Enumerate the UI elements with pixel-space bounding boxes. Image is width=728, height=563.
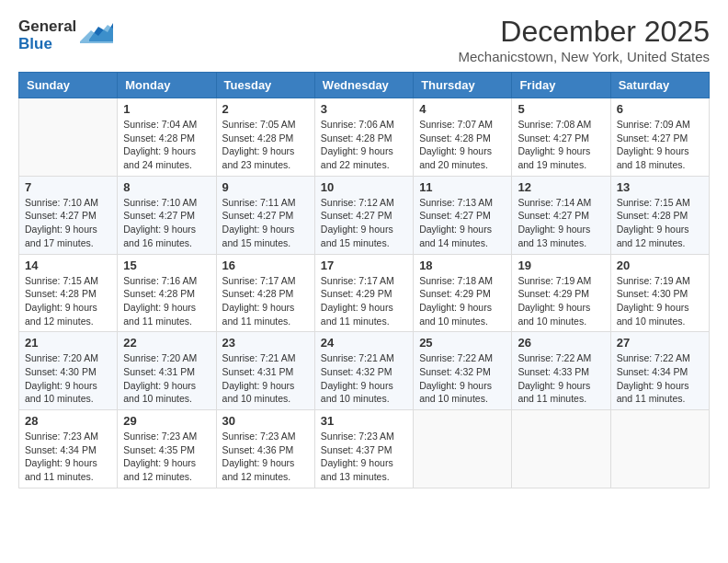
- calendar-cell: 8Sunrise: 7:10 AMSunset: 4:27 PMDaylight…: [118, 176, 216, 254]
- sunrise-label: Sunrise: 7:14 AM: [518, 197, 591, 208]
- sunrise-label: Sunrise: 7:15 AM: [25, 275, 98, 286]
- day-info: Sunrise: 7:17 AMSunset: 4:28 PMDaylight:…: [222, 274, 309, 328]
- day-number: 27: [617, 336, 703, 350]
- day-info: Sunrise: 7:22 AMSunset: 4:33 PMDaylight:…: [518, 351, 604, 406]
- day-info: Sunrise: 7:20 AMSunset: 4:30 PMDaylight:…: [25, 351, 111, 406]
- daylight-label: Daylight: 9 hours and 16 minutes.: [123, 224, 196, 248]
- day-number: 20: [617, 259, 703, 272]
- day-info: Sunrise: 7:04 AMSunset: 4:28 PMDaylight:…: [123, 118, 210, 172]
- sunset-label: Sunset: 4:28 PM: [419, 132, 491, 144]
- calendar-cell: 12Sunrise: 7:14 AMSunset: 4:27 PMDayligh…: [512, 176, 610, 254]
- calendar-cell: 23Sunrise: 7:21 AMSunset: 4:31 PMDayligh…: [216, 332, 314, 410]
- day-info: Sunrise: 7:19 AMSunset: 4:29 PMDaylight:…: [518, 274, 604, 328]
- sunrise-label: Sunrise: 7:09 AM: [617, 119, 690, 130]
- sunrise-label: Sunrise: 7:08 AM: [518, 119, 591, 130]
- day-number: 24: [321, 336, 407, 350]
- sunrise-label: Sunrise: 7:23 AM: [123, 431, 197, 442]
- sunrise-label: Sunrise: 7:04 AM: [123, 119, 197, 130]
- day-info: Sunrise: 7:21 AMSunset: 4:31 PMDaylight:…: [222, 351, 309, 406]
- daylight-label: Daylight: 9 hours and 11 minutes.: [123, 302, 196, 327]
- sunset-label: Sunset: 4:32 PM: [321, 366, 392, 377]
- col-header-thursday: Thursday: [414, 73, 512, 98]
- calendar-cell: 25Sunrise: 7:22 AMSunset: 4:32 PMDayligh…: [414, 332, 512, 410]
- sunset-label: Sunset: 4:30 PM: [617, 288, 688, 299]
- daylight-label: Daylight: 9 hours and 20 minutes.: [419, 145, 492, 170]
- day-info: Sunrise: 7:16 AMSunset: 4:28 PMDaylight:…: [123, 274, 210, 328]
- day-number: 16: [222, 259, 309, 272]
- day-info: Sunrise: 7:23 AMSunset: 4:34 PMDaylight:…: [25, 430, 111, 484]
- day-info: Sunrise: 7:06 AMSunset: 4:28 PMDaylight:…: [321, 118, 407, 172]
- day-number: 8: [123, 180, 210, 194]
- sunrise-label: Sunrise: 7:12 AM: [321, 197, 394, 208]
- calendar: SundayMondayTuesdayWednesdayThursdayFrid…: [18, 72, 710, 488]
- day-info: Sunrise: 7:15 AMSunset: 4:28 PMDaylight:…: [617, 196, 703, 250]
- day-info: Sunrise: 7:20 AMSunset: 4:31 PMDaylight:…: [123, 351, 210, 406]
- sunset-label: Sunset: 4:27 PM: [518, 132, 589, 144]
- sunrise-label: Sunrise: 7:22 AM: [518, 352, 591, 363]
- daylight-label: Daylight: 9 hours and 10 minutes.: [123, 380, 196, 405]
- calendar-cell: 9Sunrise: 7:11 AMSunset: 4:27 PMDaylight…: [216, 176, 314, 254]
- sunset-label: Sunset: 4:28 PM: [25, 288, 97, 299]
- calendar-cell: 14Sunrise: 7:15 AMSunset: 4:28 PMDayligh…: [19, 254, 118, 332]
- sunset-label: Sunset: 4:36 PM: [222, 444, 294, 455]
- sunset-label: Sunset: 4:28 PM: [123, 288, 195, 299]
- day-info: Sunrise: 7:23 AMSunset: 4:35 PMDaylight:…: [123, 430, 210, 484]
- day-number: 13: [617, 180, 703, 194]
- daylight-label: Daylight: 9 hours and 24 minutes.: [123, 145, 196, 170]
- daylight-label: Daylight: 9 hours and 23 minutes.: [222, 145, 295, 170]
- header-row: SundayMondayTuesdayWednesdayThursdayFrid…: [19, 73, 710, 98]
- sunrise-label: Sunrise: 7:21 AM: [321, 352, 394, 363]
- day-info: Sunrise: 7:18 AMSunset: 4:29 PMDaylight:…: [419, 274, 506, 328]
- day-number: 26: [518, 336, 604, 350]
- sunrise-label: Sunrise: 7:11 AM: [222, 197, 296, 208]
- day-number: 31: [321, 414, 407, 428]
- daylight-label: Daylight: 9 hours and 15 minutes.: [222, 224, 295, 248]
- day-number: 18: [419, 259, 506, 272]
- subtitle: Mechanicstown, New York, United States: [459, 49, 710, 64]
- calendar-cell: 13Sunrise: 7:15 AMSunset: 4:28 PMDayligh…: [610, 176, 709, 254]
- col-header-wednesday: Wednesday: [314, 73, 413, 98]
- sunrise-label: Sunrise: 7:16 AM: [123, 275, 197, 286]
- calendar-header: SundayMondayTuesdayWednesdayThursdayFrid…: [19, 73, 710, 98]
- sunrise-label: Sunrise: 7:21 AM: [222, 352, 296, 363]
- day-info: Sunrise: 7:07 AMSunset: 4:28 PMDaylight:…: [419, 118, 506, 172]
- sunrise-label: Sunrise: 7:20 AM: [123, 352, 197, 363]
- day-number: 14: [25, 259, 111, 272]
- day-info: Sunrise: 7:19 AMSunset: 4:30 PMDaylight:…: [617, 274, 703, 328]
- main-title: December 2025: [459, 15, 710, 49]
- day-number: 5: [518, 102, 604, 116]
- day-info: Sunrise: 7:08 AMSunset: 4:27 PMDaylight:…: [518, 118, 604, 172]
- daylight-label: Daylight: 9 hours and 11 minutes.: [25, 457, 97, 482]
- daylight-label: Daylight: 9 hours and 12 minutes.: [222, 457, 295, 482]
- day-info: Sunrise: 7:11 AMSunset: 4:27 PMDaylight:…: [222, 196, 309, 250]
- sunrise-label: Sunrise: 7:22 AM: [617, 352, 690, 363]
- sunset-label: Sunset: 4:29 PM: [518, 288, 589, 299]
- sunset-label: Sunset: 4:27 PM: [25, 210, 97, 221]
- sunrise-label: Sunrise: 7:06 AM: [321, 119, 394, 130]
- daylight-label: Daylight: 9 hours and 14 minutes.: [419, 224, 492, 248]
- col-header-sunday: Sunday: [19, 73, 118, 98]
- sunset-label: Sunset: 4:31 PM: [123, 366, 195, 377]
- daylight-label: Daylight: 9 hours and 22 minutes.: [321, 145, 393, 170]
- day-number: 29: [123, 414, 210, 428]
- day-number: 6: [617, 102, 703, 116]
- sunset-label: Sunset: 4:33 PM: [518, 366, 589, 377]
- daylight-label: Daylight: 9 hours and 12 minutes.: [25, 302, 97, 327]
- header: General Blue December 2025 Mechanicstown…: [18, 15, 710, 64]
- calendar-cell: 17Sunrise: 7:17 AMSunset: 4:29 PMDayligh…: [314, 254, 413, 332]
- calendar-cell: 18Sunrise: 7:18 AMSunset: 4:29 PMDayligh…: [414, 254, 512, 332]
- day-number: 21: [25, 336, 111, 350]
- daylight-label: Daylight: 9 hours and 10 minutes.: [222, 380, 295, 405]
- sunrise-label: Sunrise: 7:17 AM: [222, 275, 296, 286]
- daylight-label: Daylight: 9 hours and 12 minutes.: [617, 224, 689, 248]
- calendar-cell: [19, 98, 118, 177]
- day-info: Sunrise: 7:15 AMSunset: 4:28 PMDaylight:…: [25, 274, 111, 328]
- sunrise-label: Sunrise: 7:10 AM: [25, 197, 98, 208]
- calendar-cell: 10Sunrise: 7:12 AMSunset: 4:27 PMDayligh…: [314, 176, 413, 254]
- calendar-cell: 1Sunrise: 7:04 AMSunset: 4:28 PMDaylight…: [118, 98, 216, 177]
- daylight-label: Daylight: 9 hours and 10 minutes.: [321, 380, 393, 405]
- calendar-cell: 28Sunrise: 7:23 AMSunset: 4:34 PMDayligh…: [19, 410, 118, 488]
- sunrise-label: Sunrise: 7:19 AM: [518, 275, 591, 286]
- calendar-cell: 27Sunrise: 7:22 AMSunset: 4:34 PMDayligh…: [610, 332, 709, 410]
- sunrise-label: Sunrise: 7:15 AM: [617, 197, 690, 208]
